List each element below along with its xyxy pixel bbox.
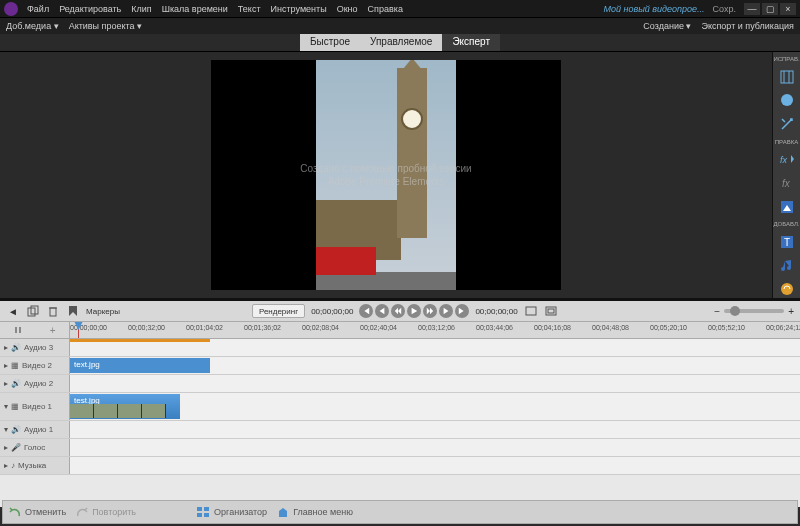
svg-rect-17	[548, 309, 554, 313]
speaker-icon[interactable]: 🔊	[11, 343, 21, 352]
save-label[interactable]: Сохр.	[713, 4, 736, 14]
titles-icon[interactable]: T	[777, 233, 797, 251]
music-icon[interactable]	[777, 257, 797, 275]
play-button[interactable]	[407, 304, 421, 318]
markers-label[interactable]: Маркеры	[86, 307, 120, 316]
track-voice[interactable]: ▸🎤Голос	[0, 439, 800, 457]
ruler-tick: 00;01;04;02	[186, 324, 223, 331]
svg-point-3	[781, 94, 793, 106]
safe-margins-icon[interactable]	[544, 304, 558, 318]
track-video2[interactable]: ▸▦Видео 2 text.jpg	[0, 357, 800, 375]
zoom-out-icon[interactable]: −	[714, 306, 720, 317]
step-forward-button[interactable]	[439, 304, 453, 318]
add-track-icon[interactable]: +	[50, 325, 56, 336]
goto-start-button[interactable]	[359, 304, 373, 318]
fullscreen-icon[interactable]	[524, 304, 538, 318]
menu-help[interactable]: Справка	[363, 4, 408, 14]
track-audio1[interactable]: ▾🔊Аудио 1	[0, 421, 800, 439]
tab-expert[interactable]: Эксперт	[442, 34, 500, 51]
time-ruler[interactable]: + 00;00;00;0000;00;32;0000;01;04;0200;01…	[0, 321, 800, 339]
timecode-current[interactable]: 00;00;00;00	[311, 307, 353, 316]
step-back-button[interactable]	[375, 304, 389, 318]
clip-text-jpg[interactable]: text.jpg	[70, 358, 210, 373]
menu-window[interactable]: Окно	[332, 4, 363, 14]
video-monitor[interactable]: Создано с помощью пробной версии Adobe P…	[211, 60, 561, 290]
graphics-icon[interactable]	[777, 198, 797, 216]
film-icon[interactable]: ▦	[11, 361, 19, 370]
tab-quick[interactable]: Быстрое	[300, 34, 360, 51]
trash-icon[interactable]	[46, 304, 60, 318]
expand-icon[interactable]: ▸	[4, 461, 8, 470]
svg-rect-13	[50, 308, 56, 316]
ruler-tick: 00;05;52;10	[708, 324, 745, 331]
color-icon[interactable]	[777, 92, 797, 110]
svg-text:T: T	[784, 237, 790, 248]
rewind-button[interactable]	[391, 304, 405, 318]
expand-icon[interactable]: ▸	[4, 443, 8, 452]
minimize-button[interactable]: —	[744, 3, 760, 15]
fix-section-label: ИСПРАВ.	[773, 56, 799, 62]
back-icon[interactable]: ◄	[6, 304, 20, 318]
add-media-dropdown[interactable]: Доб.медиа ▾	[6, 21, 59, 31]
fx-effects-icon[interactable]: fx	[777, 174, 797, 192]
note-icon[interactable]: ♪	[11, 461, 15, 470]
track-audio3[interactable]: ▸🔊Аудио 3	[0, 339, 800, 357]
close-button[interactable]: ×	[780, 3, 796, 15]
timecode-duration[interactable]: 00;00;00;00	[475, 307, 517, 316]
menu-edit[interactable]: Редактировать	[54, 4, 126, 14]
copy-icon[interactable]	[26, 304, 40, 318]
ruler-tick: 00;00;00;00	[70, 324, 107, 331]
mic-icon[interactable]: 🎤	[11, 443, 21, 452]
timeline-tracks: ▸🔊Аудио 3 ▸▦Видео 2 text.jpg ▸🔊Аудио 2 ▾…	[0, 339, 800, 507]
ruler-tick: 00;06;24;12	[766, 324, 800, 331]
track-music[interactable]: ▸♪Музыка	[0, 457, 800, 475]
expand-icon[interactable]: ▸	[4, 343, 8, 352]
snap-icon[interactable]	[13, 325, 23, 335]
ruler-tick: 00;00;32;00	[128, 324, 165, 331]
ruler-tick: 00;03;44;06	[476, 324, 513, 331]
goto-end-button[interactable]	[455, 304, 469, 318]
menu-tools[interactable]: Инструменты	[266, 4, 332, 14]
svg-rect-20	[197, 513, 202, 517]
playhead[interactable]	[78, 322, 79, 338]
clip-test-jpg[interactable]: test.jpg	[70, 394, 180, 419]
marker-icon[interactable]	[66, 304, 80, 318]
forward-button[interactable]	[423, 304, 437, 318]
collapse-icon[interactable]: ▾	[4, 425, 8, 434]
tools-icon[interactable]	[777, 115, 797, 133]
undo-button[interactable]: Отменить	[9, 506, 66, 518]
menu-file[interactable]: Файл	[22, 4, 54, 14]
tab-guided[interactable]: Управляемое	[360, 34, 442, 51]
collapse-icon[interactable]: ▾	[4, 402, 8, 411]
menu-timeline[interactable]: Шкала времени	[157, 4, 233, 14]
menu-clip[interactable]: Клип	[126, 4, 156, 14]
speaker-icon[interactable]: 🔊	[11, 425, 21, 434]
timeline-toolbar: ◄ Маркеры Рендеринг 00;00;00;00 00;00;00…	[0, 301, 800, 321]
speaker-icon[interactable]: 🔊	[11, 379, 21, 388]
ruler-tick: 00;03;12;06	[418, 324, 455, 331]
organizer-button[interactable]: Организатор	[196, 506, 267, 518]
svg-rect-21	[204, 513, 209, 517]
app-logo-icon	[4, 2, 18, 16]
maximize-button[interactable]: ▢	[762, 3, 778, 15]
redo-button[interactable]: Повторить	[76, 506, 136, 518]
film-icon[interactable]: ▦	[11, 402, 19, 411]
export-publish[interactable]: Экспорт и публикация	[701, 21, 794, 31]
expand-icon[interactable]: ▸	[4, 379, 8, 388]
svg-text:fx: fx	[780, 155, 788, 165]
zoom-in-icon[interactable]: +	[788, 306, 794, 317]
track-audio2[interactable]: ▸🔊Аудио 2	[0, 375, 800, 393]
main-menu-button[interactable]: Главное меню	[277, 506, 353, 518]
track-video1[interactable]: ▾▦Видео 1 test.jpg	[0, 393, 800, 421]
share-icon[interactable]	[777, 281, 797, 299]
menu-text[interactable]: Текст	[233, 4, 266, 14]
zoom-slider[interactable]: − +	[714, 306, 794, 317]
project-assets-dropdown[interactable]: Активы проекта ▾	[69, 21, 142, 31]
create-dropdown[interactable]: Создание ▾	[643, 21, 691, 31]
fx-transitions-icon[interactable]: fx	[777, 151, 797, 169]
render-button[interactable]: Рендеринг	[252, 304, 305, 318]
adjust-icon[interactable]	[777, 68, 797, 86]
bottom-bar: Отменить Повторить Организатор Главное м…	[2, 500, 798, 524]
expand-icon[interactable]: ▸	[4, 361, 8, 370]
project-name[interactable]: Мой новый видеопрое...	[604, 4, 705, 14]
